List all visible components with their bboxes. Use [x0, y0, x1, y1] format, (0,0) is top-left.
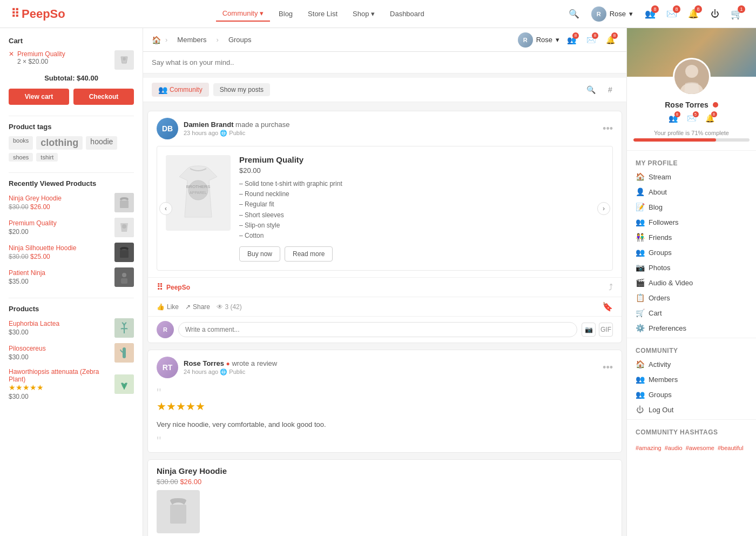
- inner-nav-right: R Rose ▾ 👥 8 ✉️ 8 🔔 8: [518, 32, 618, 48]
- post-author-info: Rose Torres ● wrote a review 24 hours ag…: [184, 359, 603, 376]
- nav-dashboard[interactable]: Dashboard: [383, 6, 431, 21]
- product-name[interactable]: Ninja Silhouette Hoodie: [9, 244, 114, 252]
- sidebar-item-followers[interactable]: 👥 Followers: [627, 215, 756, 230]
- show-my-posts-label: Show my posts: [220, 86, 264, 93]
- inner-friends-btn[interactable]: 👥 8: [564, 32, 579, 48]
- notifications-icon-btn[interactable]: 🔔 8: [685, 5, 702, 23]
- feed-hashtag-btn[interactable]: #: [603, 82, 618, 97]
- hashtag-audio[interactable]: #audio: [665, 445, 683, 451]
- nav-blog[interactable]: Blog: [272, 6, 299, 21]
- profile-name: Rose Torres: [633, 100, 750, 109]
- like-icon: 👍: [157, 303, 165, 311]
- product-name[interactable]: Pilosocereus: [9, 345, 114, 352]
- sidebar-item-about[interactable]: 👤 About: [627, 184, 756, 199]
- feature-item: Cotton: [239, 231, 604, 241]
- product-name[interactable]: Haworthiopsis attenuata (Zebra Plant): [9, 368, 114, 383]
- show-my-posts-btn[interactable]: Show my posts: [213, 83, 270, 96]
- sidebar-item-orders[interactable]: 📋 Orders: [627, 290, 756, 305]
- site-logo[interactable]: ⠿ PeepSo: [11, 7, 65, 21]
- tag-books[interactable]: books: [9, 136, 33, 150]
- nav-store-list[interactable]: Store List: [301, 6, 344, 21]
- profile-notifications-btn[interactable]: 🔔 8: [703, 111, 717, 125]
- comment-gif-btn[interactable]: GIF: [599, 323, 613, 337]
- cart-icon-btn[interactable]: 🛒 1: [728, 5, 745, 23]
- messages-icon-btn[interactable]: ✉️ 8: [663, 5, 680, 23]
- logout-icon: ⏻: [636, 405, 644, 414]
- friends-icon-btn[interactable]: 👥 8: [642, 5, 659, 23]
- product-price: $20.00: [239, 166, 604, 175]
- hashtag-beautiful[interactable]: #beautiful: [718, 445, 744, 451]
- buy-now-button[interactable]: Buy now: [239, 246, 280, 262]
- profile-messages-btn[interactable]: ✉️ 5: [685, 111, 699, 125]
- hashtag-awesome[interactable]: #awesome: [686, 445, 714, 451]
- sidebar-item-community-groups[interactable]: 👥 Groups: [627, 387, 756, 402]
- sidebar-item-photos[interactable]: 📷 Photos: [627, 260, 756, 275]
- product-name[interactable]: Euphorbia Lactea: [9, 320, 114, 327]
- read-more-button[interactable]: Read more: [285, 246, 333, 262]
- tag-shoes[interactable]: shoes: [9, 153, 33, 162]
- nav-community[interactable]: Community ▾: [216, 6, 270, 22]
- post-header: RT Rose Torres ● wrote a review 24 hours…: [148, 350, 622, 385]
- inner-messages-btn[interactable]: ✉️ 8: [583, 32, 598, 48]
- activity-icon: 🏠: [636, 360, 644, 368]
- view-cart-button[interactable]: View cart: [9, 89, 69, 105]
- sidebar-item-friends[interactable]: 👫 Friends: [627, 230, 756, 245]
- like-button[interactable]: 👍 Like: [157, 303, 179, 311]
- sidebar-item-blog[interactable]: 📝 Blog: [627, 199, 756, 215]
- carousel-next-btn[interactable]: ›: [597, 202, 610, 215]
- carousel-prev-btn[interactable]: ‹: [159, 202, 172, 215]
- chevron-down-icon: ▾: [629, 10, 633, 18]
- source-name: PeepSo: [166, 284, 190, 291]
- subtotal-label: Subtotal:: [44, 74, 75, 82]
- post-more-btn[interactable]: •••: [603, 123, 613, 135]
- profile-banner: [627, 28, 756, 77]
- share-icon[interactable]: ⤴: [609, 283, 613, 292]
- online-status-indicator: [713, 102, 718, 108]
- product-showcase: ‹ BROTHERS: [157, 146, 613, 271]
- sidebar-item-activity[interactable]: 🏠 Activity: [627, 357, 756, 372]
- sidebar-item-cart[interactable]: 🛒 Cart: [627, 305, 756, 320]
- sidebar-item-preferences[interactable]: ⚙️ Preferences: [627, 320, 756, 336]
- tag-clothing[interactable]: clothing: [36, 136, 83, 150]
- post-composer-input[interactable]: [152, 58, 618, 66]
- breadcrumb-members[interactable]: Members: [172, 34, 212, 46]
- post-author-name[interactable]: Damien Brandt: [184, 120, 233, 129]
- user-menu[interactable]: R Rose ▾: [587, 4, 637, 24]
- sidebar-item-audio-video[interactable]: 🎬 Audio & Video: [627, 275, 756, 290]
- checkout-button[interactable]: Checkout: [73, 89, 134, 105]
- comment-user-avatar: R: [157, 321, 174, 338]
- comment-image-btn[interactable]: 📷: [582, 323, 596, 337]
- profile-friends-btn[interactable]: 👥 8: [666, 111, 680, 125]
- svg-point-23: [685, 65, 698, 78]
- post-author-name[interactable]: Rose Torres: [184, 359, 224, 367]
- product-price: $30.00: [9, 393, 114, 400]
- cart-item-name[interactable]: Premium Quality: [17, 50, 114, 58]
- product-name[interactable]: Premium Quality: [9, 219, 114, 227]
- community-filter-label: Community: [170, 86, 202, 93]
- cart-item-remove[interactable]: ✕: [9, 50, 14, 58]
- inner-user-menu[interactable]: R Rose ▾: [518, 32, 559, 48]
- community-filter-btn[interactable]: 👥 Community: [152, 83, 209, 97]
- comment-input[interactable]: [178, 322, 577, 337]
- power-icon-btn[interactable]: ⏻: [706, 5, 724, 23]
- sidebar-item-stream[interactable]: 🏠 Stream: [627, 169, 756, 184]
- inner-notifications-btn[interactable]: 🔔 8: [603, 32, 618, 48]
- blog-label: Blog: [649, 203, 663, 211]
- tag-tshirt[interactable]: tshirt: [36, 153, 58, 162]
- product-name[interactable]: Patient Ninja: [9, 269, 114, 277]
- tag-hoodie[interactable]: hoodie: [86, 136, 117, 150]
- breadcrumb-home[interactable]: 🏠: [152, 36, 161, 44]
- breadcrumb-groups[interactable]: Groups: [223, 34, 257, 46]
- post-more-btn[interactable]: •••: [603, 362, 613, 373]
- share-button[interactable]: ↗ Share: [185, 303, 210, 311]
- feed-search-btn[interactable]: 🔍: [583, 82, 598, 97]
- sidebar-item-groups[interactable]: 👥 Groups: [627, 245, 756, 260]
- sidebar-item-logout[interactable]: ⏻ Log Out: [627, 402, 756, 417]
- product-name[interactable]: Ninja Grey Hoodie: [9, 195, 114, 202]
- sidebar-item-members[interactable]: 👥 Members: [627, 372, 756, 387]
- hashtag-amazing[interactable]: #amazing: [636, 445, 662, 451]
- bookmark-btn[interactable]: 🔖: [602, 302, 613, 312]
- search-icon-btn[interactable]: 🔍: [565, 5, 583, 23]
- profile-notifs-badge: 8: [711, 111, 717, 117]
- nav-shop[interactable]: Shop ▾: [346, 6, 381, 21]
